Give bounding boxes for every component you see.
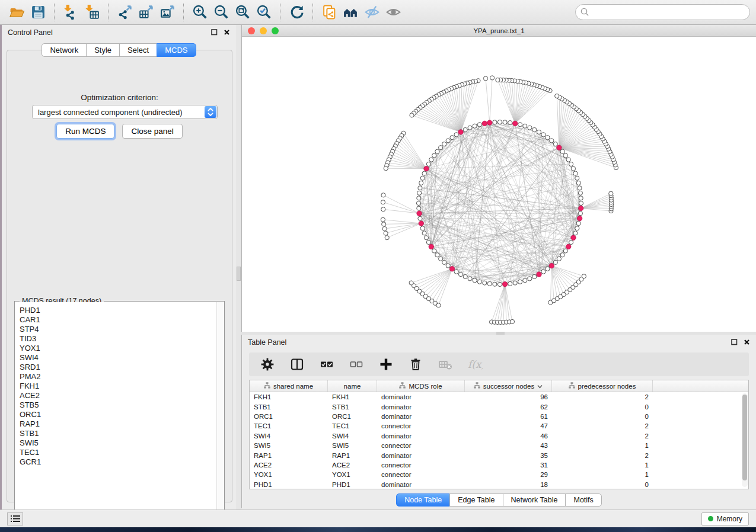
mcds-result-item[interactable]: YOX1: [20, 344, 216, 353]
table-row[interactable]: ACE2ACE2connector311: [250, 460, 748, 470]
cell-predecessor-nodes: 1: [552, 462, 653, 469]
mcds-result-item[interactable]: ACE2: [20, 391, 216, 400]
mcds-result-item[interactable]: RAP1: [20, 419, 216, 429]
table-row[interactable]: SWI4SWI4dominator462: [250, 431, 748, 441]
table-panel-tabs: Node TableEdge TableNetwork TableMotifs: [242, 493, 756, 507]
mcds-result-item[interactable]: SWI5: [20, 438, 216, 448]
new-network-from-selection-icon[interactable]: [318, 2, 340, 23]
column-header-successor-nodes[interactable]: successor nodes: [465, 380, 552, 392]
zoom-in-icon[interactable]: [189, 2, 210, 23]
mcds-result-item[interactable]: PHD1: [20, 306, 216, 315]
table-row[interactable]: YOX1YOX1connector291: [250, 470, 748, 479]
mcds-result-item[interactable]: PMA2: [20, 372, 216, 382]
column-type-icon: [264, 382, 270, 390]
table-row[interactable]: SWI5SWI5connector431: [250, 441, 748, 450]
mcds-result-item[interactable]: TEC1: [20, 448, 216, 457]
cell-predecessor-nodes: 2: [552, 432, 653, 440]
mcds-result-item[interactable]: GCR1: [20, 457, 216, 467]
memory-button[interactable]: Memory: [701, 512, 749, 525]
zoom-out-icon[interactable]: [210, 2, 232, 23]
cell-shared-name: FKH1: [250, 393, 328, 400]
import-network-icon[interactable]: [60, 2, 81, 23]
network-graph-canvas[interactable]: [242, 37, 756, 332]
mcds-result-item[interactable]: STB5: [20, 400, 216, 410]
gear-icon[interactable]: [260, 357, 275, 372]
tab-motifs[interactable]: Motifs: [565, 493, 601, 507]
task-history-button[interactable]: [7, 512, 23, 525]
first-neighbors-icon[interactable]: [340, 2, 361, 23]
import-table-icon[interactable]: [81, 2, 103, 23]
cell-successor-nodes: 18: [465, 481, 552, 488]
sort-desc-icon: [537, 383, 543, 390]
toolbar-separator: [183, 4, 184, 21]
column-header-name[interactable]: name: [328, 380, 377, 392]
maximize-traffic-light[interactable]: [272, 27, 279, 34]
apply-layout-icon[interactable]: [286, 2, 307, 23]
cell-shared-name: STB1: [250, 403, 328, 411]
table-row[interactable]: FKH1FKH1dominator962: [250, 392, 748, 402]
split-columns-icon[interactable]: [289, 357, 305, 372]
select-all-checks-icon[interactable]: [319, 357, 334, 372]
table-row[interactable]: PHD1PHD1dominator180: [250, 480, 748, 489]
tab-node-table[interactable]: Node Table: [396, 493, 450, 507]
tab-network-table[interactable]: Network Table: [503, 493, 566, 507]
mcds-list-scrollbar[interactable]: [216, 302, 224, 520]
svg-text:f(x): f(x): [468, 358, 483, 370]
table-row[interactable]: TEC1TEC1connector472: [250, 421, 748, 431]
vertical-splitter[interactable]: [236, 25, 241, 509]
zoom-fit-icon[interactable]: [232, 2, 253, 23]
open-icon[interactable]: [6, 2, 27, 23]
tab-select[interactable]: Select: [119, 43, 157, 57]
add-row-icon[interactable]: [378, 357, 394, 372]
toolbar-separator: [280, 4, 280, 21]
memory-status-icon: [708, 516, 713, 521]
table-row[interactable]: RAP1RAP1dominator352: [250, 450, 748, 460]
cell-MCDS-role: connector: [377, 422, 465, 430]
table-row[interactable]: STB1STB1dominator620: [250, 402, 748, 411]
table-body: FKH1FKH1dominator962STB1STB1dominator620…: [250, 392, 748, 489]
column-header-predecessor-nodes[interactable]: predecessor nodes: [552, 380, 653, 392]
mcds-result-item[interactable]: SRD1: [20, 363, 216, 372]
column-header-MCDS-role[interactable]: MCDS role: [377, 380, 465, 392]
deselect-checks-icon[interactable]: [349, 357, 364, 372]
zoom-selected-icon[interactable]: [253, 2, 275, 23]
mcds-result-list[interactable]: PHD1CAR1STP4TID3YOX1SWI4SRD1PMA2FKH1ACE2…: [15, 302, 216, 520]
tab-mcds[interactable]: MCDS: [157, 43, 196, 57]
close-traffic-light[interactable]: [248, 27, 255, 34]
mcds-result-item[interactable]: STB1: [20, 429, 216, 438]
control-panel-titlebar: Control Panel: [2, 25, 236, 40]
table-row[interactable]: ORC1ORC1dominator610: [250, 412, 748, 421]
mcds-result-item[interactable]: CAR1: [20, 315, 216, 325]
float-icon[interactable]: [211, 27, 218, 38]
mcds-result-item[interactable]: TID3: [20, 334, 216, 344]
optimization-criterion-label: Optimization criterion:: [7, 93, 232, 102]
close-panel-button[interactable]: Close panel: [122, 124, 182, 139]
minimize-traffic-light[interactable]: [260, 27, 267, 34]
export-network-icon[interactable]: [114, 2, 135, 23]
hide-selected-icon[interactable]: [361, 2, 382, 23]
mcds-result-item[interactable]: ORC1: [20, 410, 216, 419]
float-icon[interactable]: [731, 337, 738, 348]
column-header-shared-name[interactable]: shared name: [250, 380, 328, 392]
close-icon[interactable]: [224, 27, 230, 38]
show-all-icon[interactable]: [382, 2, 404, 23]
close-icon[interactable]: [744, 337, 750, 348]
mcds-result-item[interactable]: STP4: [20, 325, 216, 334]
tab-network[interactable]: Network: [42, 43, 87, 57]
network-window-titlebar[interactable]: YPA_prune.txt_1: [242, 25, 756, 37]
cell-successor-nodes: 29: [465, 471, 552, 478]
mcds-result-item[interactable]: SWI4: [20, 353, 216, 363]
mcds-result-item[interactable]: FKH1: [20, 382, 216, 391]
export-table-icon[interactable]: [135, 2, 157, 23]
export-image-icon[interactable]: [157, 2, 178, 23]
tab-edge-table[interactable]: Edge Table: [449, 493, 503, 507]
table-scrollbar[interactable]: [742, 393, 748, 487]
cell-name: ACE2: [328, 462, 377, 469]
tab-style[interactable]: Style: [86, 43, 120, 57]
criterion-dropdown[interactable]: largest connected component (undirected): [32, 105, 218, 119]
save-icon[interactable]: [27, 2, 49, 23]
search-input[interactable]: [575, 4, 750, 20]
cell-predecessor-nodes: 2: [552, 452, 653, 459]
delete-row-icon[interactable]: [408, 357, 423, 372]
run-mcds-button[interactable]: Run MCDS: [56, 124, 114, 139]
